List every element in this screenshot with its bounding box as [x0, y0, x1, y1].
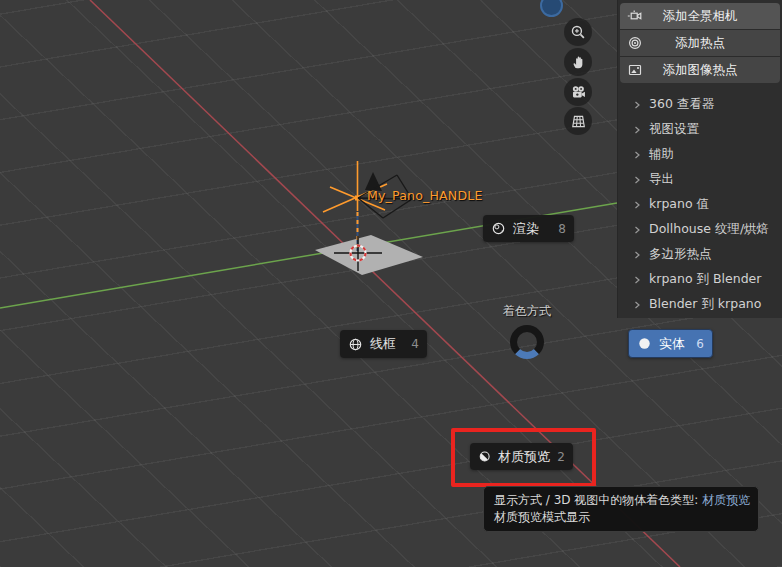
camera-view-icon: [570, 84, 586, 100]
section-dollhouse-texture-bake[interactable]: Dollhouse 纹理/烘焙: [618, 217, 782, 242]
pie-item-label: 渲染: [513, 220, 539, 238]
section-label: 辅助: [649, 146, 674, 163]
ortho-grid-icon: [570, 113, 586, 129]
krpano-sidebar-panel: 添加全景相机 添加热点 添加图像热点: [617, 0, 782, 318]
chevron-right-icon: [633, 301, 641, 309]
section-assist[interactable]: 辅助: [618, 142, 782, 167]
chevron-right-icon: [633, 251, 641, 259]
pie-item-label: 线框: [370, 335, 396, 353]
ground-plane-object[interactable]: [315, 235, 423, 275]
panorama-camera-icon: [627, 8, 643, 24]
chevron-right-icon: [633, 126, 641, 134]
hotspot-icon: [627, 35, 643, 51]
add-hotspot-button[interactable]: 添加热点: [620, 29, 780, 56]
zoom-icon: [570, 24, 586, 40]
pan-button[interactable]: [564, 48, 592, 76]
section-label: Dollhouse 纹理/烘焙: [649, 221, 769, 238]
camera-view-button[interactable]: [564, 78, 592, 106]
image-hotspot-icon: [627, 62, 643, 78]
section-krpano-to-blender[interactable]: krpano 到 Blender: [618, 267, 782, 292]
chevron-right-icon: [633, 101, 641, 109]
annotation-highlight-box: [451, 428, 596, 487]
section-label: 视图设置: [649, 121, 699, 138]
add-hotspot-label: 添加热点: [620, 30, 780, 56]
tooltip-line2: 材质预览模式显示: [494, 509, 748, 526]
section-label: Blender 到 krpano: [649, 296, 761, 313]
section-blender-to-krpano[interactable]: Blender 到 krpano: [618, 292, 782, 317]
section-krpano-values[interactable]: krpano 值: [618, 192, 782, 217]
pie-item-wireframe[interactable]: 线框 4: [340, 330, 427, 358]
pie-item-solid-selected[interactable]: 实体 6: [628, 329, 713, 358]
section-label: 导出: [649, 171, 674, 188]
chevron-right-icon: [633, 176, 641, 184]
add-panorama-camera-button[interactable]: 添加全景相机: [620, 3, 780, 29]
wireframe-shading-icon: [348, 337, 363, 352]
object-name-label: My_Pano_HANDLE: [367, 188, 477, 203]
sidebar-button-group: 添加全景相机 添加热点 添加图像热点: [620, 3, 780, 83]
solid-shading-icon: [637, 336, 652, 351]
chevron-right-icon: [633, 226, 641, 234]
pie-item-label: 实体: [659, 335, 685, 353]
add-panorama-camera-label: 添加全景相机: [620, 3, 780, 29]
tooltip-line1: 显示方式 / 3D 视图中的物体着色类型: 材质预览: [494, 492, 748, 509]
section-view-settings[interactable]: 视图设置: [618, 117, 782, 142]
chevron-right-icon: [633, 276, 641, 284]
section-polygon-hotspot[interactable]: 多边形热点: [618, 242, 782, 267]
pie-item-rendered[interactable]: 渲染 8: [483, 215, 574, 242]
blender-3d-viewport: My_Pano_HANDLE: [0, 0, 782, 567]
section-label: 360 查看器: [649, 96, 714, 113]
section-export[interactable]: 导出: [618, 167, 782, 192]
pie-item-shortcut: 4: [411, 337, 419, 351]
pie-menu-title: 着色方式: [467, 303, 587, 320]
chevron-right-icon: [633, 151, 641, 159]
pan-hand-icon: [570, 54, 586, 70]
ortho-toggle-button[interactable]: [564, 107, 592, 135]
section-label: krpano 到 Blender: [649, 271, 761, 288]
section-360-viewer[interactable]: 360 查看器: [618, 92, 782, 117]
add-image-hotspot-label: 添加图像热点: [620, 57, 780, 83]
pie-item-shortcut: 8: [558, 222, 566, 236]
tooltip: 显示方式 / 3D 视图中的物体着色类型: 材质预览 材质预览模式显示: [483, 486, 759, 532]
pie-menu-direction-ring: [510, 325, 544, 359]
add-image-hotspot-button[interactable]: 添加图像热点: [620, 56, 780, 83]
tooltip-value: 材质预览: [702, 493, 750, 507]
rendered-shading-icon: [491, 221, 506, 236]
sidebar-sections: 360 查看器 视图设置 辅助 导出 krpano 值 Dollhouse 纹理…: [618, 92, 782, 317]
zoom-button[interactable]: [564, 18, 592, 46]
section-label: krpano 值: [649, 196, 709, 213]
chevron-right-icon: [633, 201, 641, 209]
section-label: 多边形热点: [649, 246, 712, 263]
pie-item-shortcut: 6: [696, 337, 704, 351]
